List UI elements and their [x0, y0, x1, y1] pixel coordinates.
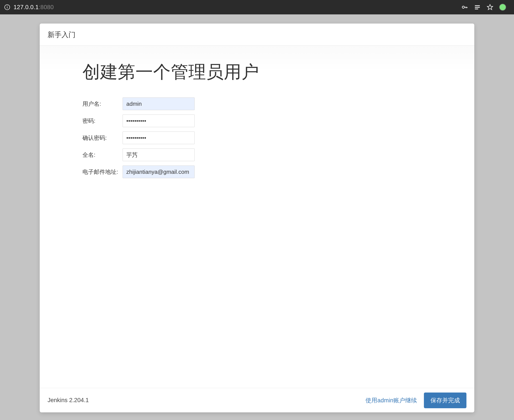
save-and-finish-button[interactable]: 保存并完成: [424, 392, 466, 408]
label-fullname: 全名:: [83, 151, 123, 159]
label-password: 密码:: [83, 117, 123, 125]
card-header-title: 新手入门: [48, 30, 466, 40]
browser-address-bar: 127.0.0.1:8080: [0, 0, 514, 14]
footer-actions: 使用admin账户继续 保存并完成: [365, 392, 466, 408]
version-text: Jenkins 2.204.1: [48, 397, 89, 404]
confirm-password-input[interactable]: [123, 132, 195, 144]
svg-point-2: [7, 6, 8, 6]
reader-icon[interactable]: [474, 4, 481, 11]
url-area: 127.0.0.1:8080: [4, 4, 54, 11]
svg-rect-5: [475, 7, 480, 8]
setup-card: 新手入门 创建第一个管理员用户 用户名: 密码: 确认密码: 全名:: [40, 23, 474, 412]
form-area: 创建第一个管理员用户 用户名: 密码: 确认密码: 全名:: [40, 60, 474, 178]
row-password: 密码:: [83, 114, 474, 127]
svg-point-3: [462, 6, 464, 8]
row-fullname: 全名:: [83, 149, 474, 161]
label-confirm-password: 确认密码:: [83, 134, 123, 142]
svg-rect-6: [475, 8, 478, 9]
svg-rect-4: [475, 5, 480, 6]
fullname-input[interactable]: [123, 149, 195, 161]
url-host: 127.0.0.1: [14, 4, 39, 10]
email-input[interactable]: [123, 165, 195, 178]
label-email: 电子邮件地址:: [83, 168, 123, 176]
url-port: :8080: [39, 4, 54, 10]
avatar-circle-icon: [499, 4, 506, 11]
label-username: 用户名:: [83, 100, 123, 108]
url-text[interactable]: 127.0.0.1:8080: [14, 4, 54, 11]
browser-toolbar-right: [461, 3, 510, 11]
info-icon[interactable]: [4, 4, 10, 10]
page-content: 新手入门 创建第一个管理员用户 用户名: 密码: 确认密码: 全名:: [0, 14, 514, 412]
card-footer: Jenkins 2.204.1 使用admin账户继续 保存并完成: [40, 388, 474, 412]
continue-as-admin-button[interactable]: 使用admin账户继续: [365, 397, 417, 404]
card-header: 新手入门: [40, 23, 474, 45]
username-input[interactable]: [123, 98, 195, 110]
main-heading: 创建第一个管理员用户: [83, 60, 474, 84]
row-email: 电子邮件地址:: [83, 165, 474, 178]
profile-avatar[interactable]: [499, 3, 510, 11]
card-body: 创建第一个管理员用户 用户名: 密码: 确认密码: 全名:: [40, 45, 474, 388]
password-input[interactable]: [123, 114, 195, 127]
row-username: 用户名:: [83, 98, 474, 110]
key-icon[interactable]: [461, 4, 468, 11]
row-confirm-password: 确认密码:: [83, 132, 474, 144]
star-icon[interactable]: [486, 4, 493, 11]
svg-marker-7: [487, 5, 493, 10]
